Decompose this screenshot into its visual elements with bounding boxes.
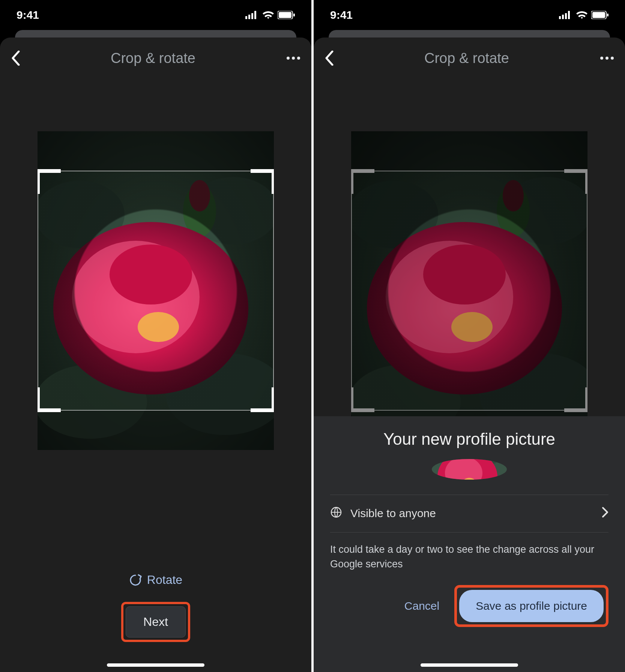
top-bar: Crop & rotate bbox=[314, 38, 625, 79]
next-button[interactable]: Next bbox=[126, 606, 186, 638]
svg-rect-1 bbox=[279, 12, 291, 18]
svg-point-31 bbox=[600, 57, 603, 60]
svg-rect-29 bbox=[592, 12, 605, 18]
next-button-highlight: Next bbox=[121, 602, 190, 642]
svg-point-4 bbox=[292, 57, 295, 60]
status-bar: 9:41 bbox=[0, 0, 311, 30]
wifi-icon bbox=[576, 11, 587, 19]
status-time: 9:41 bbox=[17, 9, 39, 21]
svg-point-32 bbox=[605, 57, 608, 60]
two-phone-comparison: 9:41 Crop & rotate bbox=[0, 0, 625, 672]
crop-handle-br[interactable] bbox=[251, 387, 274, 412]
crop-rotate-screen: Crop & rotate bbox=[314, 38, 625, 672]
page-title: Crop & rotate bbox=[20, 50, 286, 66]
crop-handle-tr[interactable] bbox=[251, 169, 274, 194]
crop-handle-tl[interactable] bbox=[38, 169, 61, 194]
crop-handle-bl[interactable] bbox=[38, 387, 61, 412]
wifi-icon bbox=[263, 11, 274, 19]
top-bar: Crop & rotate bbox=[0, 38, 311, 79]
phone-right: 9:41 Crop & rotate bbox=[314, 0, 625, 672]
home-indicator[interactable] bbox=[107, 663, 204, 667]
crop-frame bbox=[351, 171, 587, 411]
status-time: 9:41 bbox=[330, 9, 353, 21]
crop-rotate-screen: Crop & rotate bbox=[0, 38, 311, 672]
photo-preview bbox=[351, 131, 587, 450]
visibility-label: Visible to anyone bbox=[350, 507, 436, 520]
svg-point-33 bbox=[611, 57, 614, 60]
cellular-icon bbox=[245, 11, 259, 19]
crop-frame[interactable] bbox=[38, 171, 274, 411]
photo-preview[interactable] bbox=[38, 131, 274, 450]
back-button[interactable] bbox=[11, 51, 20, 66]
svg-rect-2 bbox=[293, 14, 295, 16]
more-button[interactable] bbox=[286, 56, 301, 60]
propagation-note: It could take a day or two to see the ch… bbox=[330, 542, 608, 572]
battery-icon bbox=[278, 11, 295, 19]
home-indicator[interactable] bbox=[421, 663, 518, 667]
sheet-title: Your new profile picture bbox=[330, 430, 608, 448]
sheet-peek bbox=[329, 30, 610, 38]
save-button-highlight: Save as profile picture bbox=[454, 585, 608, 627]
svg-rect-30 bbox=[607, 14, 608, 16]
svg-point-5 bbox=[297, 57, 300, 60]
chevron-right-icon bbox=[602, 507, 608, 520]
save-label: Save as profile picture bbox=[476, 600, 587, 612]
more-button[interactable] bbox=[599, 56, 614, 60]
next-label: Next bbox=[143, 615, 168, 628]
bottom-controls: Rotate Next bbox=[0, 567, 311, 642]
crop-handle-bl bbox=[351, 387, 374, 412]
profile-avatar-preview bbox=[432, 459, 507, 480]
crop-handle-tr bbox=[564, 169, 587, 194]
sheet-peek bbox=[15, 30, 296, 38]
confirm-sheet: Your new profile picture bbox=[314, 416, 625, 672]
status-indicators bbox=[559, 11, 608, 19]
sheet-actions: Cancel Save as profile picture bbox=[330, 585, 608, 627]
back-button[interactable] bbox=[324, 51, 334, 66]
save-profile-picture-button[interactable]: Save as profile picture bbox=[459, 590, 604, 622]
circle-mask bbox=[38, 171, 273, 410]
status-bar: 9:41 bbox=[314, 0, 625, 30]
circle-mask bbox=[352, 171, 587, 410]
status-indicators bbox=[245, 11, 295, 19]
cancel-button[interactable]: Cancel bbox=[404, 600, 439, 612]
svg-point-3 bbox=[287, 57, 290, 60]
crop-handle-br bbox=[564, 387, 587, 412]
globe-icon bbox=[330, 506, 342, 521]
cancel-label: Cancel bbox=[404, 600, 439, 612]
rotate-icon bbox=[129, 574, 142, 586]
cellular-icon bbox=[559, 11, 572, 19]
rotate-label: Rotate bbox=[147, 573, 182, 587]
rotate-button[interactable]: Rotate bbox=[119, 567, 193, 593]
page-title: Crop & rotate bbox=[334, 50, 599, 66]
svg-point-62 bbox=[445, 459, 482, 480]
battery-icon bbox=[591, 11, 608, 19]
phone-left: 9:41 Crop & rotate bbox=[0, 0, 311, 672]
visibility-row[interactable]: Visible to anyone bbox=[330, 495, 608, 532]
crop-handle-tl bbox=[351, 169, 374, 194]
